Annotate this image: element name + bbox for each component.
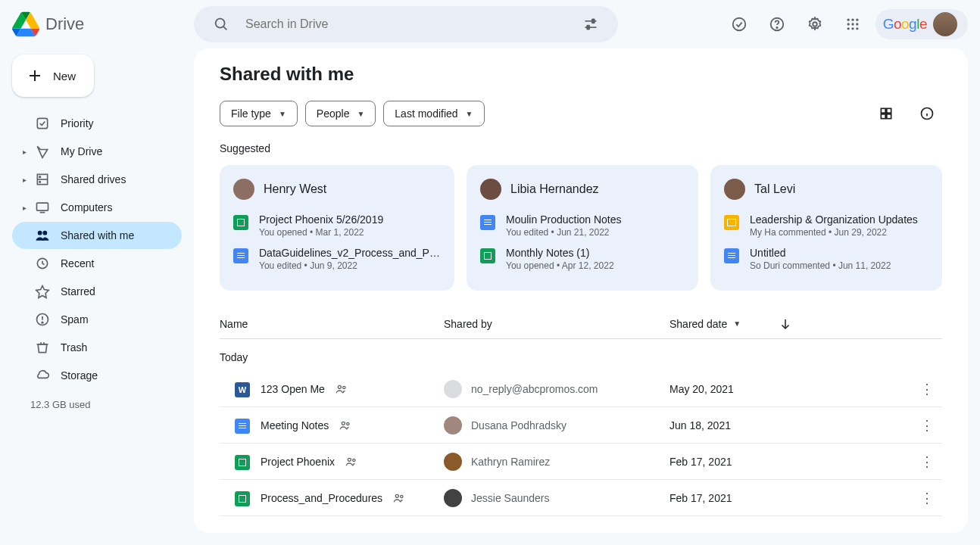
search-icon[interactable] bbox=[206, 9, 236, 39]
nav-icon bbox=[33, 198, 51, 216]
sidebar-item-computers[interactable]: ▸Computers bbox=[12, 194, 182, 221]
svg-point-50 bbox=[347, 422, 349, 425]
nav-label: Trash bbox=[61, 341, 87, 353]
file-meta: My Ha commented • Jun 29, 2022 bbox=[750, 227, 918, 238]
svg-rect-40 bbox=[887, 108, 891, 113]
suggested-file[interactable]: Monthly Notes (1)You opened • Apr 12, 20… bbox=[480, 247, 685, 271]
svg-rect-21 bbox=[37, 118, 47, 128]
file-name: Leadership & Organization Updates bbox=[750, 213, 918, 226]
details-icon[interactable] bbox=[912, 98, 942, 129]
grid-view-icon[interactable] bbox=[871, 98, 901, 129]
shared-icon bbox=[336, 383, 348, 395]
more-actions-icon[interactable]: ⋮ bbox=[912, 381, 942, 397]
sidebar-item-trash[interactable]: Trash bbox=[12, 334, 182, 361]
svg-point-29 bbox=[38, 231, 42, 235]
filter-file-type[interactable]: File type▼ bbox=[220, 101, 298, 126]
nav-icon bbox=[33, 254, 51, 272]
sidebar-item-shared-with-me[interactable]: Shared with me bbox=[12, 222, 182, 249]
file-row[interactable]: Project PhoenixKathryn RamirezFeb 17, 20… bbox=[220, 444, 942, 480]
help-icon[interactable] bbox=[762, 9, 792, 39]
sidebar-item-my-drive[interactable]: ▸My Drive bbox=[12, 138, 182, 165]
nav-label: Recent bbox=[61, 257, 94, 269]
col-header-shared-date[interactable]: Shared date▼ bbox=[669, 317, 942, 331]
word-icon: W bbox=[235, 382, 250, 397]
nav-label: My Drive bbox=[61, 145, 102, 157]
sort-direction-icon[interactable] bbox=[779, 317, 792, 331]
page-title: Shared with me bbox=[220, 64, 942, 85]
file-name: Process_and_Procedures bbox=[261, 492, 382, 504]
chevron-down-icon: ▼ bbox=[357, 110, 364, 118]
sidebar-item-shared-drives[interactable]: ▸Shared drives bbox=[12, 166, 182, 193]
svg-rect-42 bbox=[887, 114, 891, 119]
person-name: Henry West bbox=[264, 182, 326, 196]
search-bar[interactable] bbox=[194, 6, 618, 42]
storage-used[interactable]: 12.3 GB used bbox=[12, 390, 182, 419]
more-actions-icon[interactable]: ⋮ bbox=[912, 417, 942, 434]
filter-people[interactable]: People▼ bbox=[305, 101, 376, 126]
svg-point-6 bbox=[732, 18, 745, 31]
list-section-today: Today bbox=[220, 339, 942, 371]
sidebar-item-recent[interactable]: Recent bbox=[12, 250, 182, 277]
file-row[interactable]: W123 Open Meno_reply@abcpromos.comMay 20… bbox=[220, 371, 942, 407]
sidebar-item-spam[interactable]: Spam bbox=[12, 306, 182, 333]
svg-rect-27 bbox=[37, 203, 48, 210]
col-header-shared-by[interactable]: Shared by bbox=[444, 318, 669, 330]
file-meta: You edited • Jun 21, 2022 bbox=[506, 227, 622, 238]
col-header-name[interactable]: Name bbox=[220, 318, 444, 330]
settings-icon[interactable] bbox=[800, 9, 830, 39]
topbar-actions: Google bbox=[724, 9, 968, 39]
suggested-card[interactable]: Libia HernandezMoulin Production NotesYo… bbox=[467, 165, 698, 291]
file-name: Moulin Production Notes bbox=[506, 213, 622, 226]
svg-marker-32 bbox=[36, 286, 49, 298]
user-avatar[interactable] bbox=[933, 12, 957, 36]
nav-icon bbox=[33, 226, 51, 244]
sidebar: New Priority▸My Drive▸Shared drives▸Comp… bbox=[0, 48, 194, 545]
svg-point-52 bbox=[353, 459, 355, 461]
file-row[interactable]: Process_and_ProceduresJessie SaundersFeb… bbox=[220, 480, 942, 516]
expand-icon[interactable]: ▸ bbox=[18, 204, 30, 212]
apps-grid-icon[interactable] bbox=[838, 9, 868, 39]
person-avatar bbox=[724, 179, 745, 200]
account-switcher[interactable]: Google bbox=[875, 9, 968, 39]
person-name: Libia Hernandez bbox=[510, 182, 599, 196]
suggested-file[interactable]: Project Phoenix 5/26/2019You opened • Ma… bbox=[233, 213, 441, 238]
more-actions-icon[interactable]: ⋮ bbox=[912, 490, 942, 506]
shared-icon bbox=[345, 456, 357, 468]
file-meta: You opened • Mar 1, 2022 bbox=[259, 227, 383, 238]
nav-label: Computers bbox=[61, 201, 112, 213]
search-options-icon[interactable] bbox=[576, 9, 606, 39]
sidebar-item-priority[interactable]: Priority bbox=[12, 110, 182, 137]
suggested-file[interactable]: DataGuidelines_v2_Process_and_Pr…You edi… bbox=[233, 247, 441, 271]
owner-name: Kathryn Ramirez bbox=[471, 456, 550, 468]
more-actions-icon[interactable]: ⋮ bbox=[912, 453, 942, 470]
expand-icon[interactable]: ▸ bbox=[18, 176, 30, 184]
suggested-card[interactable]: Tal LeviLeadership & Organization Update… bbox=[710, 165, 942, 291]
filter-last-modified[interactable]: Last modified▼ bbox=[383, 101, 484, 126]
nav-label: Shared drives bbox=[61, 173, 126, 185]
svg-point-30 bbox=[42, 231, 47, 235]
nav-icon bbox=[33, 282, 51, 301]
file-date: May 20, 2021 bbox=[669, 383, 912, 395]
nav-icon bbox=[33, 170, 51, 188]
file-row[interactable]: Meeting NotesDusana PodhradskyJun 18, 20… bbox=[220, 407, 942, 444]
file-name: DataGuidelines_v2_Process_and_Pr… bbox=[259, 247, 441, 259]
sidebar-item-storage[interactable]: Storage bbox=[12, 362, 182, 389]
search-input[interactable] bbox=[245, 17, 566, 31]
brand[interactable]: Drive bbox=[12, 11, 194, 38]
sheets-icon bbox=[235, 455, 250, 470]
sheets-icon bbox=[235, 491, 250, 506]
suggested-file[interactable]: Leadership & Organization UpdatesMy Ha c… bbox=[724, 213, 929, 238]
suggested-file[interactable]: UntitledSo Duri commented • Jun 11, 2022 bbox=[724, 247, 929, 271]
main-content: Shared with me File type▼People▼Last mod… bbox=[194, 48, 968, 533]
file-meta: You edited • Jun 9, 2022 bbox=[259, 260, 441, 271]
suggested-file[interactable]: Moulin Production NotesYou edited • Jun … bbox=[480, 213, 685, 238]
docs-icon bbox=[233, 248, 248, 263]
new-button[interactable]: New bbox=[12, 54, 94, 97]
expand-icon[interactable]: ▸ bbox=[18, 148, 30, 156]
svg-rect-4 bbox=[592, 19, 595, 23]
suggested-card[interactable]: Henry WestProject Phoenix 5/26/2019You o… bbox=[220, 165, 454, 291]
svg-point-8 bbox=[776, 27, 777, 28]
file-date: Feb 17, 2021 bbox=[669, 492, 912, 504]
offline-ready-icon[interactable] bbox=[724, 9, 754, 39]
sidebar-item-starred[interactable]: Starred bbox=[12, 278, 182, 305]
